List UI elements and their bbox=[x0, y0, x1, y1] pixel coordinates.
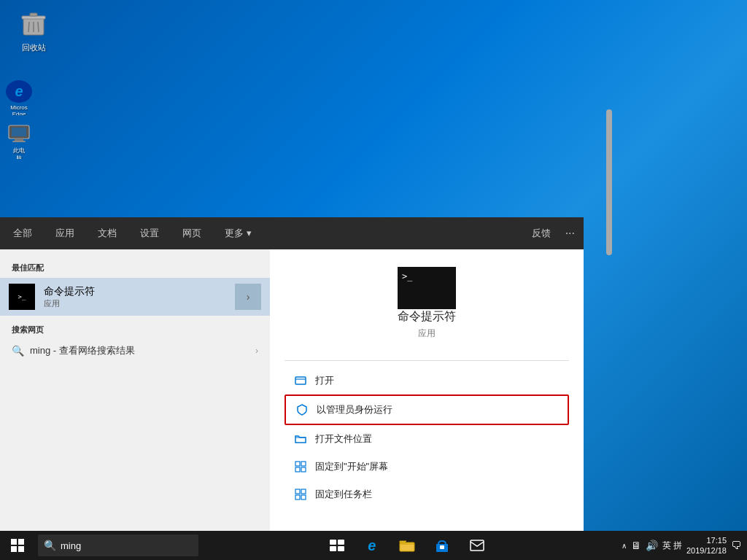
shield-icon bbox=[295, 402, 309, 417]
nav-docs[interactable]: 文档 bbox=[93, 224, 121, 243]
best-match-arrow[interactable]: › bbox=[235, 284, 261, 310]
svg-rect-9 bbox=[12, 141, 26, 142]
taskbar-tray: ∧ 🖥 🔊 英 拼 17:15 2019/12/18 🗨 bbox=[616, 531, 747, 560]
pin-start-icon bbox=[293, 459, 308, 474]
date: 2019/12/18 bbox=[686, 545, 727, 556]
action-file-location[interactable]: 打开文件位置 bbox=[285, 425, 569, 453]
search-panel: 全部 应用 文档 设置 网页 更多 ▾ 反馈 ··· 最佳匹配 命令提示符 应用 bbox=[0, 217, 584, 531]
action-file-label: 打开文件位置 bbox=[315, 432, 372, 446]
svg-rect-1 bbox=[22, 16, 45, 19]
left-sidebar: e MicrosEdge 此电脑 bbox=[0, 73, 38, 159]
windows-logo bbox=[11, 539, 24, 552]
tray-volume[interactable]: 🔊 bbox=[646, 540, 658, 551]
svg-rect-11 bbox=[295, 462, 300, 466]
app-preview-title: 命令提示符 bbox=[398, 309, 456, 324]
svg-rect-7 bbox=[12, 128, 26, 136]
best-match-info: 命令提示符 应用 bbox=[44, 285, 229, 309]
task-view-btn[interactable] bbox=[321, 531, 353, 560]
clock: 17:15 bbox=[686, 535, 727, 545]
taskbar-search-icon: 🔍 bbox=[44, 540, 56, 551]
svg-rect-2 bbox=[30, 13, 37, 16]
search-left: 最佳匹配 命令提示符 应用 › 搜索网页 🔍 bbox=[0, 249, 270, 531]
svg-rect-20 bbox=[338, 540, 344, 545]
action-pin-start-label: 固定到"开始"屏幕 bbox=[315, 460, 388, 473]
best-match-item[interactable]: 命令提示符 应用 › bbox=[0, 278, 270, 316]
search-body: 最佳匹配 命令提示符 应用 › 搜索网页 🔍 bbox=[0, 249, 584, 531]
recycle-bin-label: 回收站 bbox=[22, 42, 46, 53]
mail-btn[interactable] bbox=[461, 531, 493, 560]
folder-icon bbox=[293, 432, 308, 446]
svg-rect-16 bbox=[301, 489, 306, 494]
best-match-type: 应用 bbox=[44, 298, 229, 309]
tray-expand[interactable]: ∧ bbox=[622, 542, 627, 550]
cmd-app-icon bbox=[9, 284, 35, 310]
svg-rect-10 bbox=[295, 377, 306, 384]
actions-list: 打开 以管理员身份运行 bbox=[285, 367, 569, 508]
app-preview-subtitle: 应用 bbox=[418, 327, 436, 340]
divider bbox=[285, 360, 569, 361]
sidebar-edge[interactable]: e MicrosEdge bbox=[1, 80, 36, 115]
svg-rect-21 bbox=[330, 546, 336, 551]
tray-time[interactable]: 17:15 2019/12/18 bbox=[686, 535, 727, 556]
svg-rect-13 bbox=[295, 467, 300, 472]
svg-rect-15 bbox=[295, 489, 300, 494]
action-pin-taskbar[interactable]: 固定到任务栏 bbox=[285, 481, 569, 508]
svg-rect-22 bbox=[338, 546, 344, 551]
search-web-label: 搜索网页 bbox=[12, 324, 258, 340]
nav-apps[interactable]: 应用 bbox=[51, 224, 79, 243]
edge-btn[interactable]: e bbox=[356, 531, 388, 560]
pin-taskbar-icon bbox=[293, 487, 308, 502]
svg-line-3 bbox=[28, 22, 29, 32]
svg-line-5 bbox=[38, 22, 39, 32]
svg-rect-12 bbox=[301, 462, 306, 466]
action-open[interactable]: 打开 bbox=[285, 367, 569, 394]
action-admin-label: 以管理员身份运行 bbox=[317, 403, 392, 416]
nav-more-btn[interactable]: ··· bbox=[565, 227, 575, 240]
sidebar-this-pc-label: 此电脑 bbox=[13, 147, 25, 159]
start-button[interactable] bbox=[0, 531, 35, 560]
svg-rect-17 bbox=[295, 495, 300, 499]
notification-btn[interactable]: 🗨 bbox=[731, 540, 741, 551]
action-open-label: 打开 bbox=[315, 374, 334, 387]
best-match-name: 命令提示符 bbox=[44, 285, 229, 298]
search-web-arrow: › bbox=[255, 346, 258, 356]
action-pin-start[interactable]: 固定到"开始"屏幕 bbox=[285, 453, 569, 481]
store-btn[interactable] bbox=[426, 531, 458, 560]
scrollbar[interactable] bbox=[606, 109, 612, 255]
nav-more[interactable]: 更多 ▾ bbox=[220, 224, 256, 243]
best-match-label: 最佳匹配 bbox=[0, 258, 270, 276]
app-preview-icon bbox=[398, 267, 456, 309]
open-icon bbox=[293, 373, 308, 388]
sidebar-edge-label: MicrosEdge bbox=[10, 104, 28, 115]
svg-rect-8 bbox=[15, 139, 23, 141]
svg-rect-26 bbox=[471, 540, 484, 551]
nav-settings[interactable]: 设置 bbox=[136, 224, 163, 243]
search-right: 命令提示符 应用 打开 bbox=[270, 249, 584, 531]
taskbar-search[interactable]: 🔍 ming bbox=[38, 534, 198, 556]
nav-all[interactable]: 全部 bbox=[9, 224, 36, 243]
search-web-icon: 🔍 bbox=[12, 345, 24, 357]
taskbar-search-text: ming bbox=[61, 540, 81, 551]
search-web-text: ming - 查看网络搜索结果 bbox=[30, 344, 135, 357]
tray-network[interactable]: 🖥 bbox=[631, 540, 641, 551]
action-run-as-admin[interactable]: 以管理员身份运行 bbox=[285, 394, 569, 425]
action-pin-taskbar-label: 固定到任务栏 bbox=[315, 488, 372, 501]
search-web-section: 搜索网页 🔍 ming - 查看网络搜索结果 › bbox=[0, 317, 270, 369]
desktop: 回收站 e MicrosEdge 此电脑 bbox=[0, 0, 747, 560]
svg-rect-25 bbox=[440, 545, 444, 549]
tray-lang[interactable]: 英 拼 bbox=[662, 540, 682, 552]
svg-rect-18 bbox=[301, 495, 306, 499]
recycle-bin-icon[interactable]: 回收站 bbox=[7, 7, 60, 56]
sidebar-this-pc[interactable]: 此电脑 bbox=[1, 124, 36, 159]
search-nav: 全部 应用 文档 设置 网页 更多 ▾ 反馈 ··· bbox=[0, 217, 584, 249]
search-web-item[interactable]: 🔍 ming - 查看网络搜索结果 › bbox=[12, 340, 258, 362]
svg-rect-14 bbox=[301, 467, 306, 472]
explorer-btn[interactable] bbox=[391, 531, 423, 560]
svg-rect-19 bbox=[330, 540, 336, 545]
taskbar: 🔍 ming e bbox=[0, 531, 747, 560]
nav-feedback[interactable]: 反馈 bbox=[532, 227, 551, 240]
taskbar-center: e bbox=[198, 531, 616, 560]
nav-web[interactable]: 网页 bbox=[178, 224, 206, 243]
